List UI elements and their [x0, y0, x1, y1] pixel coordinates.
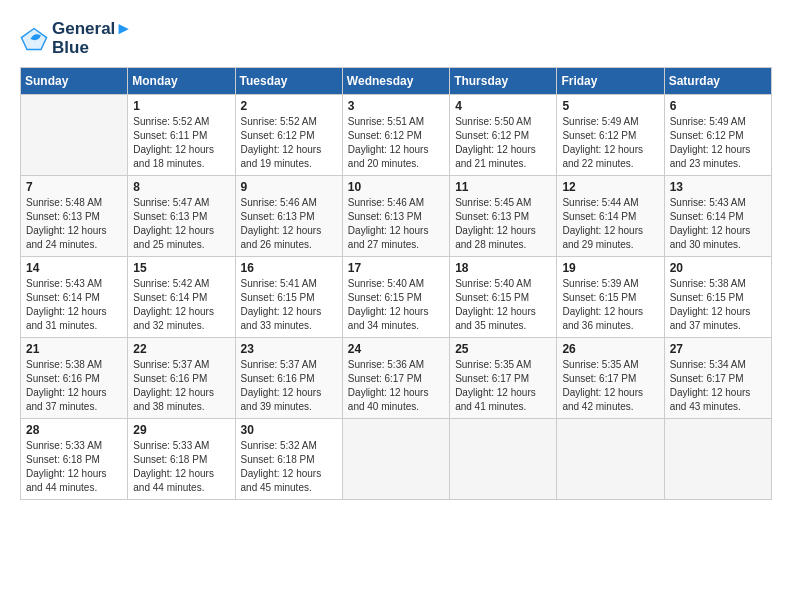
day-number: 10	[348, 180, 444, 194]
weekday-header-wednesday: Wednesday	[342, 68, 449, 95]
calendar-cell	[342, 419, 449, 500]
calendar-cell: 22Sunrise: 5:37 AMSunset: 6:16 PMDayligh…	[128, 338, 235, 419]
day-number: 5	[562, 99, 658, 113]
calendar-cell: 25Sunrise: 5:35 AMSunset: 6:17 PMDayligh…	[450, 338, 557, 419]
calendar-cell: 12Sunrise: 5:44 AMSunset: 6:14 PMDayligh…	[557, 176, 664, 257]
weekday-header-tuesday: Tuesday	[235, 68, 342, 95]
day-number: 25	[455, 342, 551, 356]
calendar-week-row: 28Sunrise: 5:33 AMSunset: 6:18 PMDayligh…	[21, 419, 772, 500]
calendar-cell: 7Sunrise: 5:48 AMSunset: 6:13 PMDaylight…	[21, 176, 128, 257]
day-number: 23	[241, 342, 337, 356]
day-number: 12	[562, 180, 658, 194]
calendar-cell: 28Sunrise: 5:33 AMSunset: 6:18 PMDayligh…	[21, 419, 128, 500]
calendar-cell: 3Sunrise: 5:51 AMSunset: 6:12 PMDaylight…	[342, 95, 449, 176]
day-number: 2	[241, 99, 337, 113]
day-info: Sunrise: 5:52 AMSunset: 6:12 PMDaylight:…	[241, 115, 337, 171]
calendar-cell	[664, 419, 771, 500]
day-info: Sunrise: 5:46 AMSunset: 6:13 PMDaylight:…	[241, 196, 337, 252]
day-number: 7	[26, 180, 122, 194]
calendar-cell: 18Sunrise: 5:40 AMSunset: 6:15 PMDayligh…	[450, 257, 557, 338]
day-info: Sunrise: 5:44 AMSunset: 6:14 PMDaylight:…	[562, 196, 658, 252]
calendar-cell: 5Sunrise: 5:49 AMSunset: 6:12 PMDaylight…	[557, 95, 664, 176]
calendar-cell: 29Sunrise: 5:33 AMSunset: 6:18 PMDayligh…	[128, 419, 235, 500]
calendar-week-row: 1Sunrise: 5:52 AMSunset: 6:11 PMDaylight…	[21, 95, 772, 176]
day-number: 15	[133, 261, 229, 275]
day-number: 22	[133, 342, 229, 356]
day-info: Sunrise: 5:37 AMSunset: 6:16 PMDaylight:…	[241, 358, 337, 414]
day-info: Sunrise: 5:36 AMSunset: 6:17 PMDaylight:…	[348, 358, 444, 414]
day-number: 19	[562, 261, 658, 275]
logo-icon	[20, 25, 48, 53]
calendar-week-row: 21Sunrise: 5:38 AMSunset: 6:16 PMDayligh…	[21, 338, 772, 419]
day-info: Sunrise: 5:38 AMSunset: 6:15 PMDaylight:…	[670, 277, 766, 333]
day-info: Sunrise: 5:47 AMSunset: 6:13 PMDaylight:…	[133, 196, 229, 252]
day-info: Sunrise: 5:40 AMSunset: 6:15 PMDaylight:…	[455, 277, 551, 333]
day-info: Sunrise: 5:35 AMSunset: 6:17 PMDaylight:…	[562, 358, 658, 414]
day-number: 20	[670, 261, 766, 275]
calendar-cell: 2Sunrise: 5:52 AMSunset: 6:12 PMDaylight…	[235, 95, 342, 176]
day-info: Sunrise: 5:33 AMSunset: 6:18 PMDaylight:…	[26, 439, 122, 495]
day-info: Sunrise: 5:51 AMSunset: 6:12 PMDaylight:…	[348, 115, 444, 171]
day-info: Sunrise: 5:52 AMSunset: 6:11 PMDaylight:…	[133, 115, 229, 171]
day-info: Sunrise: 5:40 AMSunset: 6:15 PMDaylight:…	[348, 277, 444, 333]
day-number: 21	[26, 342, 122, 356]
calendar-week-row: 7Sunrise: 5:48 AMSunset: 6:13 PMDaylight…	[21, 176, 772, 257]
day-number: 30	[241, 423, 337, 437]
calendar-header-row: SundayMondayTuesdayWednesdayThursdayFrid…	[21, 68, 772, 95]
calendar-cell: 11Sunrise: 5:45 AMSunset: 6:13 PMDayligh…	[450, 176, 557, 257]
day-number: 26	[562, 342, 658, 356]
calendar-cell	[450, 419, 557, 500]
day-info: Sunrise: 5:32 AMSunset: 6:18 PMDaylight:…	[241, 439, 337, 495]
day-number: 4	[455, 99, 551, 113]
calendar-cell: 27Sunrise: 5:34 AMSunset: 6:17 PMDayligh…	[664, 338, 771, 419]
day-number: 11	[455, 180, 551, 194]
calendar-cell: 17Sunrise: 5:40 AMSunset: 6:15 PMDayligh…	[342, 257, 449, 338]
day-number: 6	[670, 99, 766, 113]
day-number: 16	[241, 261, 337, 275]
day-number: 29	[133, 423, 229, 437]
day-number: 1	[133, 99, 229, 113]
weekday-header-saturday: Saturday	[664, 68, 771, 95]
day-info: Sunrise: 5:35 AMSunset: 6:17 PMDaylight:…	[455, 358, 551, 414]
day-info: Sunrise: 5:49 AMSunset: 6:12 PMDaylight:…	[670, 115, 766, 171]
day-number: 3	[348, 99, 444, 113]
day-number: 14	[26, 261, 122, 275]
weekday-header-friday: Friday	[557, 68, 664, 95]
logo: General► Blue	[20, 20, 132, 57]
day-info: Sunrise: 5:42 AMSunset: 6:14 PMDaylight:…	[133, 277, 229, 333]
page-header: General► Blue	[20, 20, 772, 57]
calendar-cell: 4Sunrise: 5:50 AMSunset: 6:12 PMDaylight…	[450, 95, 557, 176]
calendar-cell: 15Sunrise: 5:42 AMSunset: 6:14 PMDayligh…	[128, 257, 235, 338]
day-info: Sunrise: 5:33 AMSunset: 6:18 PMDaylight:…	[133, 439, 229, 495]
weekday-header-monday: Monday	[128, 68, 235, 95]
day-info: Sunrise: 5:50 AMSunset: 6:12 PMDaylight:…	[455, 115, 551, 171]
calendar-cell: 6Sunrise: 5:49 AMSunset: 6:12 PMDaylight…	[664, 95, 771, 176]
calendar-cell	[557, 419, 664, 500]
calendar-cell: 14Sunrise: 5:43 AMSunset: 6:14 PMDayligh…	[21, 257, 128, 338]
logo-text: General► Blue	[52, 20, 132, 57]
day-info: Sunrise: 5:39 AMSunset: 6:15 PMDaylight:…	[562, 277, 658, 333]
calendar-cell: 8Sunrise: 5:47 AMSunset: 6:13 PMDaylight…	[128, 176, 235, 257]
calendar-cell: 9Sunrise: 5:46 AMSunset: 6:13 PMDaylight…	[235, 176, 342, 257]
day-info: Sunrise: 5:38 AMSunset: 6:16 PMDaylight:…	[26, 358, 122, 414]
day-info: Sunrise: 5:43 AMSunset: 6:14 PMDaylight:…	[670, 196, 766, 252]
calendar-cell: 21Sunrise: 5:38 AMSunset: 6:16 PMDayligh…	[21, 338, 128, 419]
weekday-header-thursday: Thursday	[450, 68, 557, 95]
calendar-cell: 23Sunrise: 5:37 AMSunset: 6:16 PMDayligh…	[235, 338, 342, 419]
day-info: Sunrise: 5:41 AMSunset: 6:15 PMDaylight:…	[241, 277, 337, 333]
calendar-week-row: 14Sunrise: 5:43 AMSunset: 6:14 PMDayligh…	[21, 257, 772, 338]
calendar-cell: 19Sunrise: 5:39 AMSunset: 6:15 PMDayligh…	[557, 257, 664, 338]
day-info: Sunrise: 5:45 AMSunset: 6:13 PMDaylight:…	[455, 196, 551, 252]
day-info: Sunrise: 5:49 AMSunset: 6:12 PMDaylight:…	[562, 115, 658, 171]
day-number: 9	[241, 180, 337, 194]
day-info: Sunrise: 5:37 AMSunset: 6:16 PMDaylight:…	[133, 358, 229, 414]
calendar-cell: 13Sunrise: 5:43 AMSunset: 6:14 PMDayligh…	[664, 176, 771, 257]
calendar-cell	[21, 95, 128, 176]
day-number: 24	[348, 342, 444, 356]
calendar-cell: 16Sunrise: 5:41 AMSunset: 6:15 PMDayligh…	[235, 257, 342, 338]
calendar-cell: 30Sunrise: 5:32 AMSunset: 6:18 PMDayligh…	[235, 419, 342, 500]
day-info: Sunrise: 5:34 AMSunset: 6:17 PMDaylight:…	[670, 358, 766, 414]
weekday-header-sunday: Sunday	[21, 68, 128, 95]
day-number: 17	[348, 261, 444, 275]
calendar-cell: 24Sunrise: 5:36 AMSunset: 6:17 PMDayligh…	[342, 338, 449, 419]
